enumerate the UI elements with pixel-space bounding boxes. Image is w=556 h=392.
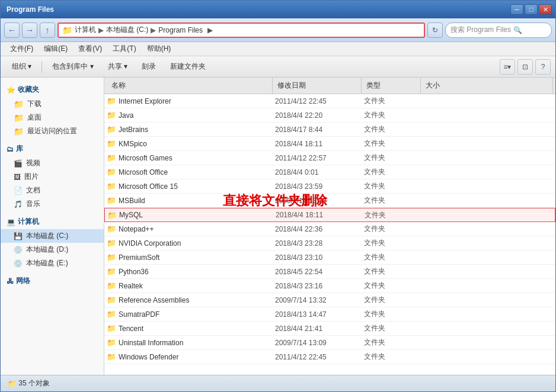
file-type: 文件夹 [364,338,423,348]
folder-icon: 📁 [107,281,116,290]
file-name: 📁Java [107,111,275,120]
sidebar-item-desktop[interactable]: 📁 桌面 [1,111,104,124]
file-row[interactable]: 📁Tencent2018/4/4 21:41文件夹 [104,322,555,336]
sidebar-item-music[interactable]: 🎵 音乐 [1,197,104,211]
file-row[interactable]: 📁Uninstall Information2009/7/14 13:09文件夹 [104,336,555,350]
forward-button[interactable]: → [22,23,37,38]
share-button[interactable]: 共享 ▾ [101,59,134,75]
file-name: 📁Realtek [107,281,275,290]
file-row[interactable]: 📁Realtek2018/4/3 23:16文件夹 [104,279,555,293]
file-name: 📁Notepad++ [107,224,275,233]
sidebar-computer-header: 💻 计算机 [1,214,104,229]
file-row[interactable]: 📁SumatraPDF2018/4/13 14:47文件夹 [104,307,555,322]
search-placeholder: 搜索 Program Files [450,25,511,35]
menu-view[interactable]: 查看(V) [74,43,107,55]
include-lib-button[interactable]: 包含到库中 ▾ [46,59,100,75]
folder-icon: 📁 [107,125,116,134]
file-row[interactable]: 📁Windows Defender2011/4/12 22:45文件夹 [104,350,555,364]
menu-file[interactable]: 文件(F) [5,43,38,55]
go-button[interactable]: ↻ [427,23,443,38]
file-row[interactable]: 📁Java2018/4/4 22:20文件夹 [104,108,555,123]
file-row[interactable]: 📁Microsoft Office2018/4/4 0:01文件夹 [104,165,555,179]
network-icon: 🖧 [7,277,14,285]
file-row[interactable]: 📁Notepad++2018/4/4 22:36文件夹 [104,222,555,236]
restore-button[interactable]: □ [525,4,538,15]
file-name: 📁MSBuild [107,196,275,205]
file-row[interactable]: 📁KMSpico2018/4/4 18:11文件夹 [104,137,555,151]
file-type: 文件夹 [365,210,424,220]
toolbar: 组织 ▾ 包含到库中 ▾ 共享 ▾ 刻录 新建文件夹 ≡▾ ⊡ ? [1,56,555,78]
status-bar: 📁 35 个对象 [1,375,555,391]
computer-icon: 💻 [7,218,15,226]
file-row[interactable]: 📁NVIDIA Corporation2018/4/3 23:28文件夹 [104,236,555,250]
file-row[interactable]: 📁MySQL2018/4/4 18:11文件夹 [104,208,555,222]
col-header-name[interactable]: 名称 [107,78,273,94]
folder-icon: 📁 [14,113,24,123]
file-name: 📁Tencent [107,324,275,333]
file-row[interactable]: 📁Microsoft Office 152018/4/3 23:59文件夹 [104,179,555,194]
folder-icon: 📁 [107,196,116,205]
file-row[interactable]: 📁Reference Assemblies2009/7/14 13:32文件夹 [104,293,555,307]
address-folder-icon: 📁 [62,25,72,35]
file-date: 2018/4/3 23:59 [275,182,364,191]
back-button[interactable]: ← [4,23,20,38]
col-header-type[interactable]: 类型 [362,78,421,94]
sidebar-item-recent[interactable]: 📁 最近访问的位置 [1,124,104,138]
sidebar-item-video[interactable]: 🎬 视频 [1,156,104,170]
file-list-container: 📁Internet Explorer2011/4/12 22:45文件夹📁Jav… [104,94,555,375]
file-type: 文件夹 [364,195,423,205]
col-header-size[interactable]: 大小 [421,78,553,94]
file-name: 📁Windows Defender [107,352,275,361]
folder-icon: 📁 [107,139,116,148]
folder-icon: 📁 [107,352,116,361]
view-details-button[interactable]: ≡▾ [500,59,515,75]
folder-icon: 📁 [107,111,116,120]
file-name: 📁JetBrains [107,125,275,134]
address-part3: Program Files [158,26,203,34]
address-sep3: ▶ [207,26,213,34]
menu-tools[interactable]: 工具(T) [108,43,140,55]
view-tiles-button[interactable]: ⊡ [517,59,533,75]
sidebar-item-pictures[interactable]: 🖼 图片 [1,170,104,184]
toolbar-right: ≡▾ ⊡ ? [500,59,551,75]
menu-edit[interactable]: 编辑(E) [39,43,72,55]
file-date: 2018/4/3 23:10 [275,253,364,262]
close-button[interactable]: ✕ [539,4,552,15]
file-type: 文件夹 [364,323,423,333]
file-row[interactable]: 📁MSBuild2009/7/14 13:32文件夹 [104,194,555,208]
sidebar-item-documents[interactable]: 📄 文档 [1,184,104,197]
file-date: 2018/4/4 22:36 [275,225,364,233]
file-date: 2018/4/4 18:11 [275,140,364,148]
col-header-date[interactable]: 修改日期 [273,78,362,94]
address-sep2: ▶ [151,26,156,34]
file-name: 📁Microsoft Games [107,153,275,162]
sidebar-item-drive-c[interactable]: 💾 本地磁盘 (C:) [1,229,104,243]
file-name: 📁Internet Explorer [107,97,275,105]
menu-help[interactable]: 帮助(H) [142,43,176,55]
search-box[interactable]: 搜索 Program Files 🔍 [445,23,552,38]
help-button[interactable]: ? [535,59,551,75]
file-row[interactable]: 📁Python362018/4/5 22:54文件夹 [104,265,555,279]
new-folder-button[interactable]: 新建文件夹 [164,59,212,75]
star-icon: ⭐ [7,86,15,94]
organize-button[interactable]: 组织 ▾ [5,59,38,75]
file-list-header: 名称 修改日期 类型 大小 [104,78,555,94]
address-bar[interactable]: 📁 计算机 ▶ 本地磁盘 (C:) ▶ Program Files ▶ [57,23,425,38]
minimize-button[interactable]: ─ [510,4,523,15]
sidebar-item-drive-e[interactable]: 💿 本地磁盘 (E:) [1,256,104,270]
folder-icon: 📁 [107,97,116,105]
folder-icon: 📁 [107,239,116,248]
file-row[interactable]: 📁Internet Explorer2011/4/12 22:45文件夹 [104,94,555,108]
up-button[interactable]: ↑ [40,23,55,38]
file-date: 2018/4/3 23:16 [275,282,364,290]
file-row[interactable]: 📁PremiumSoft2018/4/3 23:10文件夹 [104,250,555,265]
file-row[interactable]: 📁JetBrains2018/4/17 8:44文件夹 [104,123,555,137]
folder-icon: 📁 [107,253,116,262]
burn-button[interactable]: 刻录 [135,59,162,75]
file-date: 2018/4/13 14:47 [275,310,364,319]
sidebar-item-drive-d[interactable]: 💿 本地磁盘 (D:) [1,243,104,256]
sidebar-item-downloads[interactable]: 📁 下载 [1,97,104,111]
video-icon: 🎬 [14,159,23,168]
file-row[interactable]: 📁Microsoft Games2011/4/12 22:57文件夹 [104,151,555,165]
file-type: 文件夹 [364,266,423,277]
